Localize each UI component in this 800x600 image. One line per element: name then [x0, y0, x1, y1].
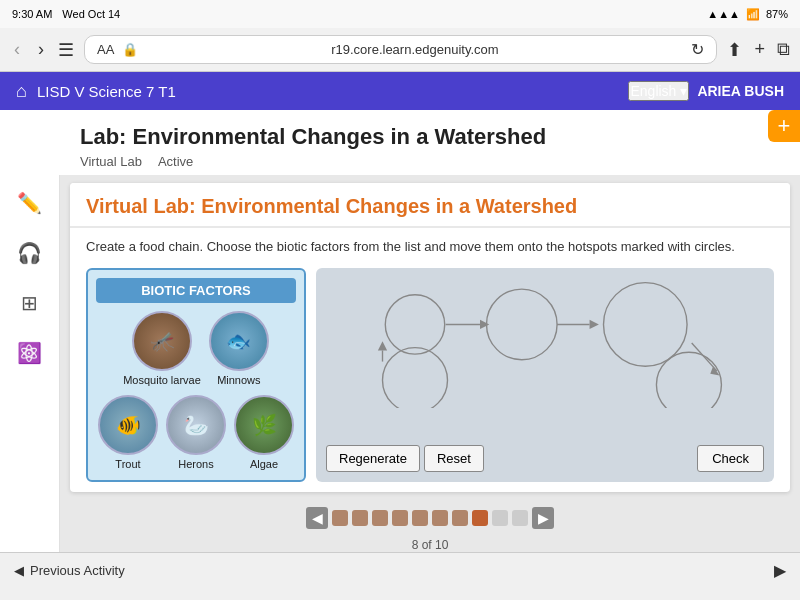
- minnows-image: 🐟: [209, 311, 269, 371]
- share-button[interactable]: ⬆: [727, 39, 742, 61]
- app-title: LISD V Science 7 T1: [37, 83, 176, 100]
- home-icon[interactable]: ⌂: [16, 81, 27, 102]
- left-arrow-icon: ◀: [14, 563, 24, 578]
- page-title: Lab: Environmental Changes in a Watershe…: [80, 124, 720, 150]
- page-header: Lab: Environmental Changes in a Watershe…: [0, 110, 800, 175]
- chain-buttons: Regenerate Reset Check: [326, 445, 764, 472]
- check-button[interactable]: Check: [697, 445, 764, 472]
- algae-label: Algae: [250, 458, 278, 471]
- status-day: Wed Oct 14: [62, 8, 120, 20]
- pagination-prev[interactable]: ◀: [306, 507, 328, 529]
- status-battery: 87%: [766, 8, 788, 20]
- lab-body: Create a food chain. Choose the biotic f…: [70, 228, 790, 492]
- algae-image: 🌿: [234, 395, 294, 455]
- biotic-item-algae[interactable]: 🌿 Algae: [234, 395, 294, 471]
- language-label: English: [630, 83, 676, 99]
- page-dot-8[interactable]: [472, 510, 488, 526]
- herons-label: Herons: [178, 458, 213, 471]
- aa-label: AA: [97, 42, 114, 57]
- svg-point-12: [656, 352, 721, 408]
- url-text: r19.core.learn.edgenuity.com: [146, 42, 683, 57]
- trout-image: 🐠: [98, 395, 158, 455]
- mosquito-larvae-label: Mosquito larvae: [123, 374, 201, 387]
- calculator-tool[interactable]: ⊞: [17, 287, 42, 319]
- status-time: 9:30 AM: [12, 8, 52, 20]
- plus-button[interactable]: +: [768, 110, 800, 142]
- page-dot-5[interactable]: [412, 510, 428, 526]
- language-button[interactable]: English ▾: [628, 81, 689, 101]
- lab-title-bar: Virtual Lab: Environmental Changes in a …: [70, 183, 790, 228]
- chevron-down-icon: ▾: [680, 83, 687, 99]
- svg-marker-2: [480, 320, 489, 329]
- minnows-label: Minnows: [217, 374, 260, 387]
- regenerate-button[interactable]: Regenerate: [326, 445, 420, 472]
- bottom-right-arrow[interactable]: ▶: [774, 561, 786, 580]
- biotic-item-herons[interactable]: 🦢 Herons: [166, 395, 226, 471]
- science-tool[interactable]: ⚛️: [13, 337, 46, 369]
- back-button[interactable]: ‹: [10, 39, 24, 60]
- page-dot-7[interactable]: [452, 510, 468, 526]
- pagination-next[interactable]: ▶: [532, 507, 554, 529]
- biotic-header: BIOTIC FACTORS: [96, 278, 296, 303]
- biotic-panel: BIOTIC FACTORS 🦟 Mosquito larvae 🐟: [86, 268, 306, 481]
- biotic-item-minnows[interactable]: 🐟 Minnows: [209, 311, 269, 387]
- page-dot-10[interactable]: [512, 510, 528, 526]
- svg-point-3: [487, 289, 558, 360]
- content-area: Virtual Lab: Environmental Changes in a …: [60, 175, 800, 552]
- lock-icon: 🔒: [122, 42, 138, 57]
- svg-marker-11: [378, 341, 387, 350]
- herons-image: 🦢: [166, 395, 226, 455]
- svg-point-6: [604, 283, 688, 367]
- svg-point-0: [385, 295, 444, 354]
- lab-main-title: Virtual Lab: Environmental Changes in a …: [86, 195, 774, 218]
- pagination-bar: ◀ ▶: [300, 500, 560, 536]
- svg-marker-5: [590, 320, 599, 329]
- previous-activity-label: Previous Activity: [30, 563, 125, 578]
- page-dot-1[interactable]: [332, 510, 348, 526]
- page-count: 8 of 10: [412, 538, 449, 552]
- app-header: ⌂ LISD V Science 7 T1 English ▾ ARIEA BU…: [0, 72, 800, 110]
- bottom-bar: ◀ Previous Activity ▶: [0, 552, 800, 588]
- lab-panel: BIOTIC FACTORS 🦟 Mosquito larvae 🐟: [86, 268, 774, 481]
- biotic-item-mosquito[interactable]: 🦟 Mosquito larvae: [123, 311, 201, 387]
- pencil-tool[interactable]: ✏️: [13, 187, 46, 219]
- browser-toolbar: ‹ › ☰ AA 🔒 r19.core.learn.edgenuity.com …: [0, 28, 800, 72]
- food-chain-area: Regenerate Reset Check: [316, 268, 774, 481]
- page-dot-4[interactable]: [392, 510, 408, 526]
- address-bar[interactable]: AA 🔒 r19.core.learn.edgenuity.com ↻: [84, 35, 717, 64]
- trout-label: Trout: [115, 458, 140, 471]
- refresh-button[interactable]: ↻: [691, 40, 704, 59]
- user-name: ARIEA BUSH: [697, 83, 784, 99]
- page-dot-6[interactable]: [432, 510, 448, 526]
- page-dot-3[interactable]: [372, 510, 388, 526]
- sidebar: ✏️ 🎧 ⊞ ⚛️: [0, 175, 60, 552]
- page-dot-2[interactable]: [352, 510, 368, 526]
- biotic-grid: 🦟 Mosquito larvae 🐟 Minnows: [96, 311, 296, 471]
- bookmarks-button[interactable]: ☰: [58, 39, 74, 61]
- food-chain-diagram: [326, 278, 764, 408]
- lab-container: Virtual Lab: Environmental Changes in a …: [70, 183, 790, 492]
- page-dot-9[interactable]: [492, 510, 508, 526]
- main-layout: ✏️ 🎧 ⊞ ⚛️ Virtual Lab: Environmental Cha…: [0, 175, 800, 552]
- new-tab-button[interactable]: +: [754, 39, 765, 60]
- status-bar: 9:30 AM Wed Oct 14 ▲▲▲ 📶 87%: [0, 0, 800, 28]
- headphone-tool[interactable]: 🎧: [13, 237, 46, 269]
- active-tag: Active: [158, 154, 193, 169]
- svg-point-9: [383, 348, 448, 408]
- instruction-text: Create a food chain. Choose the biotic f…: [86, 238, 774, 256]
- status-signal: ▲▲▲: [707, 8, 740, 20]
- virtual-lab-tag: Virtual Lab: [80, 154, 142, 169]
- reset-button[interactable]: Reset: [424, 445, 484, 472]
- tabs-button[interactable]: ⧉: [777, 39, 790, 60]
- biotic-item-trout[interactable]: 🐠 Trout: [98, 395, 158, 471]
- mosquito-larvae-image: 🦟: [132, 311, 192, 371]
- status-wifi: 📶: [746, 8, 760, 21]
- previous-activity[interactable]: ◀ Previous Activity: [14, 563, 125, 578]
- forward-button[interactable]: ›: [34, 39, 48, 60]
